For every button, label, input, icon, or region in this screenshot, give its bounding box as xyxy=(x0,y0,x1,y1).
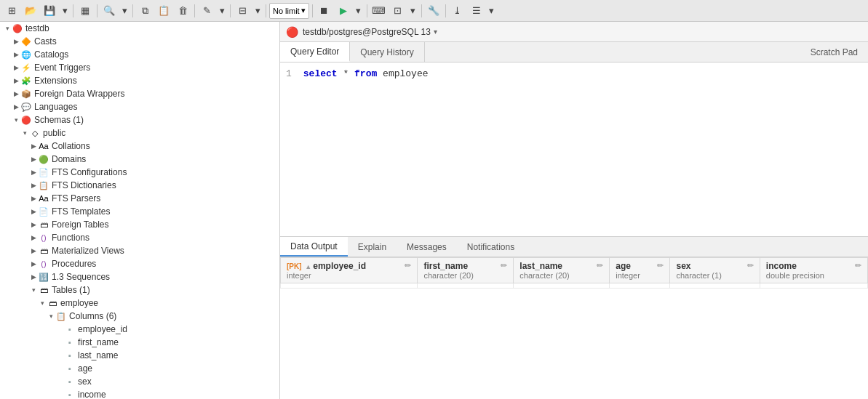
search-btn[interactable]: 🔍 xyxy=(100,3,118,19)
tab-query-editor[interactable]: Query Editor xyxy=(280,42,350,62)
col-name-income: income xyxy=(766,261,855,271)
sidebar-item-domains[interactable]: ▶🟢Domains xyxy=(0,153,279,166)
filter-btn[interactable]: ⊟ xyxy=(234,3,251,19)
sidebar-item-sequences[interactable]: ▶🔢1.3 Sequences xyxy=(0,270,279,283)
edit-dropdown-btn[interactable]: ▾ xyxy=(217,3,227,19)
sidebar-item-materialized[interactable]: ▶🗃Materialized Views xyxy=(0,244,279,257)
sidebar-item-col-last_name[interactable]: ▪last_name xyxy=(0,349,279,362)
sidebar-item-employee[interactable]: ▾🗃employee xyxy=(0,297,279,310)
tree-icon-schemas: 🔴 xyxy=(20,115,32,125)
col-edit-icon-income[interactable]: ✏ xyxy=(855,261,861,270)
sql-select: select xyxy=(303,68,338,79)
tab-data-output[interactable]: Data Output xyxy=(280,237,348,257)
execute-dropdown-btn[interactable]: ▾ xyxy=(354,3,364,19)
tab-messages[interactable]: Messages xyxy=(397,237,457,257)
more-btn[interactable]: ☰ xyxy=(468,3,485,19)
sidebar-item-languages[interactable]: ▶💬Languages xyxy=(0,100,279,113)
sidebar-item-catalogs[interactable]: ▶🌐Catalogs xyxy=(0,48,279,61)
search-dropdown-btn[interactable]: ▾ xyxy=(119,3,130,19)
query-editor[interactable]: 1select * from employee xyxy=(280,63,868,237)
tree-container: ▾🔴testdb▶🔶Casts▶🌐Catalogs▶⚡Event Trigger… xyxy=(0,22,279,399)
tree-icon-event-triggers: ⚡ xyxy=(20,63,32,73)
tree-label-testdb: testdb xyxy=(25,23,49,33)
sidebar-item-fts-parsers[interactable]: ▶AaFTS Parsers xyxy=(0,192,279,205)
sidebar-item-foreign-tables[interactable]: ▶🗃Foreign Tables xyxy=(0,218,279,231)
sidebar-item-schemas[interactable]: ▾🔴Schemas (1) xyxy=(0,113,279,126)
col-name-employee_id: [PK] ▲employee_id xyxy=(287,261,405,271)
sidebar-item-fts-config[interactable]: ▶📄FTS Configurations xyxy=(0,166,279,179)
col-edit-icon-age[interactable]: ✏ xyxy=(657,261,664,270)
folder-btn[interactable]: 📂 xyxy=(22,3,39,19)
stop-btn[interactable]: ⏹ xyxy=(316,3,333,19)
col-header-last_name[interactable]: last_namecharacter (20)✏ xyxy=(514,258,610,283)
sidebar-item-fts-dict[interactable]: ▶📋FTS Dictionaries xyxy=(0,179,279,192)
col-header-employee_id[interactable]: [PK] ▲employee_idinteger✏ xyxy=(281,258,418,283)
tree-icon-col-sex: ▪ xyxy=(64,376,76,387)
tab-explain[interactable]: Explain xyxy=(348,237,397,257)
tree-label-fts-parsers: FTS Parsers xyxy=(52,193,100,203)
sidebar-item-collations[interactable]: ▶AaCollations xyxy=(0,140,279,153)
copy-btn[interactable]: ⧉ xyxy=(136,3,154,19)
sidebar-item-fts-templates[interactable]: ▶📄FTS Templates xyxy=(0,205,279,218)
grid-btn[interactable]: ⊞ xyxy=(3,3,20,19)
more-dropdown-btn[interactable]: ▾ xyxy=(487,3,497,19)
sidebar-item-columns[interactable]: ▾📋Columns (6) xyxy=(0,310,279,323)
tree-icon-languages: 💬 xyxy=(20,102,32,112)
filter-dropdown-btn[interactable]: ▾ xyxy=(252,3,263,19)
tree-icon-col-employee_id: ▪ xyxy=(64,324,76,334)
no-limit-dropdown[interactable]: No limit ▾ xyxy=(269,3,309,19)
col-edit-icon-sex[interactable]: ✏ xyxy=(747,261,754,270)
col-edit-icon-last_name[interactable]: ✏ xyxy=(597,261,603,270)
tree-arrow-testdb: ▾ xyxy=(3,25,12,32)
sidebar-item-col-employee_id[interactable]: ▪employee_id xyxy=(0,323,279,336)
sidebar-item-testdb[interactable]: ▾🔴testdb xyxy=(0,22,279,35)
cursor-btn[interactable]: ⌨ xyxy=(370,3,388,19)
sidebar-item-col-first_name[interactable]: ▪first_name xyxy=(0,336,279,349)
tab-notifications[interactable]: Notifications xyxy=(457,237,525,257)
data-table-container: [PK] ▲employee_idinteger✏first_namechara… xyxy=(280,257,868,399)
scratch-pad-label[interactable]: Scratch Pad xyxy=(800,44,868,60)
table-row xyxy=(281,283,868,289)
sidebar-item-tables[interactable]: ▾🗃Tables (1) xyxy=(0,283,279,297)
tab-query-history[interactable]: Query History xyxy=(350,42,424,62)
connection-arrow[interactable]: ▾ xyxy=(434,28,437,36)
sql-table-name: employee xyxy=(383,68,428,79)
tree-arrow-schemas: ▾ xyxy=(12,116,20,124)
sidebar-item-extensions[interactable]: ▶🧩Extensions xyxy=(0,74,279,87)
sidebar-item-col-sex[interactable]: ▪sex xyxy=(0,375,279,388)
tree-icon-procedures: () xyxy=(38,259,49,269)
tree-label-tables: Tables (1) xyxy=(52,285,90,295)
download-btn[interactable]: ⤓ xyxy=(449,3,466,19)
delete-btn[interactable]: 🗑 xyxy=(174,3,191,19)
sidebar-item-procedures[interactable]: ▶()Procedures xyxy=(0,257,279,270)
sidebar-item-event-triggers[interactable]: ▶⚡Event Triggers xyxy=(0,61,279,74)
sidebar-item-public[interactable]: ▾◇public xyxy=(0,126,279,140)
sidebar-item-casts[interactable]: ▶🔶Casts xyxy=(0,35,279,48)
tree-icon-catalogs: 🌐 xyxy=(20,49,32,60)
save-btn[interactable]: 💾 xyxy=(41,3,58,19)
sidebar-item-fdw[interactable]: ▶📦Foreign Data Wrappers xyxy=(0,87,279,100)
tools-btn[interactable]: 🔧 xyxy=(425,3,442,19)
col-edit-icon-employee_id[interactable]: ✏ xyxy=(405,261,411,270)
execute-btn[interactable]: ▶ xyxy=(335,3,352,19)
col-header-sex[interactable]: sexcharacter (1)✏ xyxy=(670,258,760,283)
tree-icon-fts-config: 📄 xyxy=(38,167,49,177)
tree-label-col-last_name: last_name xyxy=(78,350,118,360)
paste-btn[interactable]: 📋 xyxy=(155,3,172,19)
sidebar-item-col-age[interactable]: ▪age xyxy=(0,362,279,375)
explain-btn[interactable]: ⊡ xyxy=(389,3,407,19)
edit-rows-btn[interactable]: ✎ xyxy=(198,3,215,19)
tree-arrow-materialized: ▶ xyxy=(29,247,38,254)
col-edit-icon-first_name[interactable]: ✏ xyxy=(501,261,507,270)
save-dropdown-btn[interactable]: ▾ xyxy=(60,3,70,19)
tree-label-collations: Collations xyxy=(52,141,90,151)
sidebar-item-functions[interactable]: ▶()Functions xyxy=(0,231,279,244)
col-header-income[interactable]: incomedouble precision✏ xyxy=(760,258,867,283)
col-header-age[interactable]: ageinteger✏ xyxy=(610,258,670,283)
col-header-first_name[interactable]: first_namecharacter (20)✏ xyxy=(418,258,514,283)
table-view-btn[interactable]: ▦ xyxy=(76,3,94,19)
sidebar-item-col-income[interactable]: ▪income xyxy=(0,388,279,399)
tree-label-languages: Languages xyxy=(34,102,77,112)
tree-icon-collations: Aa xyxy=(38,141,49,151)
explain-dropdown-btn[interactable]: ▾ xyxy=(408,3,418,19)
